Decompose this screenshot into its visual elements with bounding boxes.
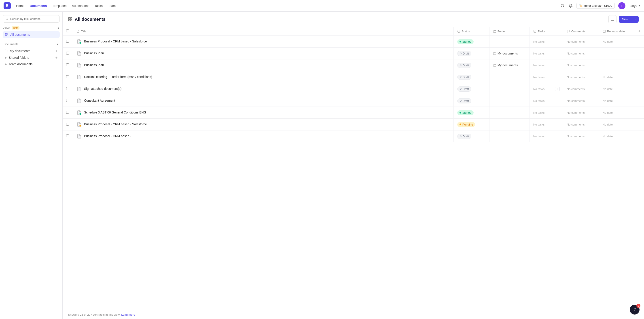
doc-tasks-cell: No tasks [530,59,563,71]
table-row[interactable]: Business Plan Draft My documents No task… [62,47,644,59]
doc-tasks-cell: No tasks [530,71,563,83]
table-row[interactable]: Cocktail catering → order form (many con… [62,71,644,83]
chevron-down-icon: ▼ [638,4,640,7]
doc-status-cell: Draft [454,83,489,95]
row-folder-icon [493,64,496,67]
doc-renewal-cell [599,47,634,59]
renewal-text: No date [603,111,613,114]
doc-name[interactable]: Business Proposal - CRM based - [84,134,131,138]
sidebar-item-team-documents[interactable]: ▶ Team documents [3,61,60,67]
col-add[interactable]: + [634,27,644,36]
doc-name[interactable]: Business Plan [84,51,104,56]
tasks-text: No tasks [533,52,545,55]
doc-name[interactable]: Business Plan [84,63,104,67]
help-icon: ? [634,307,636,312]
notification-icon[interactable] [568,3,573,8]
doc-renewal-cell: No date [599,36,634,47]
doc-status-cell: Draft [454,59,489,71]
user-avatar[interactable]: T [618,2,626,9]
row-checkbox[interactable] [66,52,69,54]
row-checkbox[interactable] [66,75,69,78]
nav-team[interactable]: Team [108,4,116,7]
svg-point-22 [80,113,82,115]
nav-automations[interactable]: Automations [72,4,89,7]
doc-icon [76,51,82,56]
grid-icon [5,33,8,36]
renewal-text: No date [603,40,613,43]
table-row[interactable]: Business Proposal - CRM based - Salesfor… [62,119,644,130]
doc-comments-cell: No comments [563,59,599,71]
sidebar-item-my-documents[interactable]: My documents + [3,47,60,54]
user-name[interactable]: Tanya ▼ [629,4,640,7]
refer-button[interactable]: 🏷️ Refer and earn $1000 [576,3,614,9]
table-row[interactable]: Business Proposal - CRM based - Salesfor… [62,36,644,47]
sidebar-item-all-documents[interactable]: All documents [3,31,60,38]
row-checkbox[interactable] [66,134,69,137]
doc-folder-cell [489,107,530,119]
doc-status-cell: Draft [454,71,489,83]
add-shared-icon[interactable]: + [56,56,58,60]
doc-name[interactable]: Cocktail catering → order form (many con… [84,75,152,79]
load-more-link[interactable]: Load more [121,313,135,316]
comments-text: No comments [567,52,585,55]
doc-renewal-cell [599,59,634,71]
views-header: Views Beta ▲ [3,26,60,29]
table-row[interactable]: Business Plan Draft My documents No task… [62,59,644,71]
search-input[interactable] [10,17,57,20]
table-row[interactable]: Consultant Agreement DraftNo tasksNo com… [62,95,644,107]
doc-name[interactable]: Business Proposal - CRM based - Salesfor… [84,122,147,127]
col-header-status: Status [454,27,489,36]
svg-point-0 [561,4,564,7]
view-toggle-button[interactable] [608,15,616,23]
title-col-icon [76,30,80,33]
row-checkbox[interactable] [66,111,69,114]
nav-tasks[interactable]: Tasks [94,4,103,7]
documents-section-header[interactable]: Documents ▲ [3,41,60,47]
main-layout: Views Beta ▲ All documents Documents ▲ M… [0,12,644,319]
table-row[interactable]: Sign attached document(s) Draft No tasks… [62,83,644,95]
documents-table-container: Title Status Folder [62,27,644,310]
page-title-area: All documents [68,17,106,22]
team-documents-label: Team documents [9,62,33,66]
add-column-icon[interactable]: + [638,29,640,33]
add-my-documents-icon[interactable]: + [56,49,58,53]
app-logo[interactable]: B [4,2,11,9]
search-icon[interactable] [560,3,565,8]
doc-name[interactable]: Schedule 3 ABT 06 General Conditions ENG [84,110,146,115]
nav-templates[interactable]: Templates [52,4,67,7]
status-badge: Draft [457,86,471,92]
all-documents-label: All documents [10,33,30,36]
sidebar-item-shared-folders[interactable]: ▶ Shared folders + [3,54,60,61]
doc-name[interactable]: Consultant Agreement [84,98,115,103]
row-checkbox[interactable] [66,123,69,126]
add-task-button[interactable]: + [555,87,560,91]
row-checkbox[interactable] [66,40,69,43]
new-button[interactable]: New [619,16,639,23]
table-body: Business Proposal - CRM based - Salesfor… [62,36,644,142]
table-row[interactable]: Schedule 3 ABT 06 General Conditions ENG… [62,107,644,119]
nav-documents[interactable]: Documents [30,4,47,7]
select-all-checkbox[interactable] [66,29,69,32]
doc-title-cell: Schedule 3 ABT 06 General Conditions ENG [73,107,454,119]
nav-home[interactable]: Home [16,4,24,7]
doc-folder-cell: My documents [489,47,530,59]
doc-status-cell: Signed [454,36,489,47]
new-button-label: New [619,16,631,23]
table-row[interactable]: Business Proposal - CRM based - DraftNo … [62,130,644,142]
doc-name[interactable]: Sign attached document(s) [84,87,122,91]
tasks-text: No tasks [533,123,545,126]
new-button-chevron-icon[interactable] [632,16,639,22]
search-box[interactable] [3,15,60,22]
status-badge: Draft [457,63,471,68]
help-button[interactable]: ? 2 [630,305,640,315]
row-add-cell [634,119,644,130]
row-checkbox[interactable] [66,87,69,90]
doc-name[interactable]: Business Proposal - CRM based - Salesfor… [84,39,147,44]
doc-icon [76,39,82,44]
row-checkbox[interactable] [66,99,69,102]
collapse-documents-icon[interactable]: ▲ [56,43,59,46]
row-checkbox[interactable] [66,63,69,66]
doc-renewal-cell: No date [599,130,634,142]
collapse-icon[interactable]: ▲ [57,26,60,29]
calendar-col-icon [603,30,606,33]
